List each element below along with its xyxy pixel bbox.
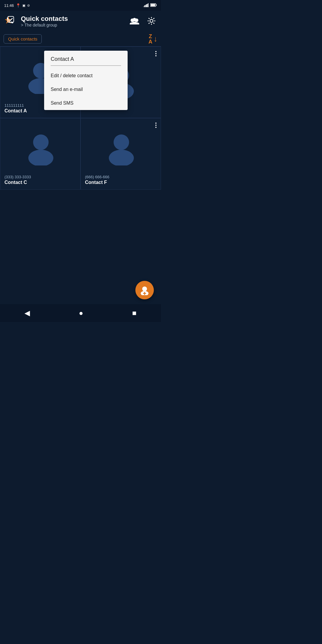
context-menu-send-email[interactable]: Send an e-mail	[44, 83, 128, 96]
context-menu-overlay[interactable]: Contact A Edit / delete contact Send an …	[0, 0, 161, 322]
context-menu: Contact A Edit / delete contact Send an …	[44, 51, 128, 110]
context-menu-send-sms[interactable]: Send SMS	[44, 96, 128, 110]
context-menu-title: Contact A	[44, 51, 128, 65]
context-menu-edit-delete[interactable]: Edit / delete contact	[44, 69, 128, 83]
context-menu-divider	[51, 65, 121, 66]
